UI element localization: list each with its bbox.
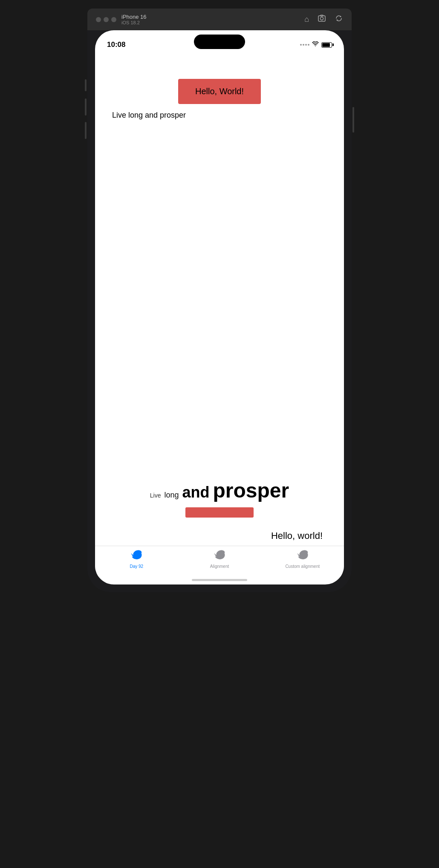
battery-icon bbox=[321, 42, 332, 48]
tab-custom-alignment[interactable]: Custom alignment bbox=[261, 550, 344, 569]
word-prosper: prosper bbox=[213, 479, 289, 502]
simulator-dots bbox=[96, 17, 116, 22]
status-bar: 10:08 bbox=[95, 30, 344, 53]
tab-day92[interactable]: Day 92 bbox=[95, 550, 178, 569]
wifi-icon bbox=[312, 41, 319, 49]
word-long: long bbox=[164, 491, 179, 500]
rotate-icon[interactable] bbox=[335, 14, 343, 25]
iphone-frame: 10:08 bbox=[87, 30, 352, 592]
tab-alignment-label: Alignment bbox=[210, 564, 229, 569]
tab-custom-alignment-label: Custom alignment bbox=[285, 564, 320, 569]
dot-1 bbox=[96, 17, 101, 22]
alignment-demo-row: Live long and prosper bbox=[150, 479, 289, 502]
simulator-actions: ⌂ bbox=[304, 14, 343, 25]
iphone-screen: 10:08 bbox=[95, 30, 344, 584]
home-indicator bbox=[192, 579, 247, 581]
tab-alignment[interactable]: Alignment bbox=[178, 550, 261, 569]
live-long-text: Live long and prosper bbox=[112, 111, 186, 120]
volume-up-button bbox=[85, 98, 87, 116]
svg-point-1 bbox=[321, 17, 323, 20]
signal-icon bbox=[300, 44, 309, 46]
screenshot-icon[interactable] bbox=[318, 14, 326, 25]
mute-button bbox=[85, 79, 87, 91]
simulator-os-version: iOS 18.2 bbox=[121, 20, 299, 25]
simulator-bar: iPhone 16 iOS 18.2 ⌂ bbox=[87, 9, 352, 30]
svg-rect-0 bbox=[318, 16, 325, 21]
dynamic-island bbox=[194, 35, 245, 49]
volume-down-button bbox=[85, 122, 87, 139]
swift-icon-alignment bbox=[214, 550, 225, 562]
dot-2 bbox=[104, 17, 109, 22]
tab-bar: Day 92 Alignment bbox=[95, 546, 344, 577]
home-icon[interactable]: ⌂ bbox=[304, 15, 309, 24]
bottom-section: Live long and prosper Hello, world! bbox=[95, 470, 344, 546]
swift-icon-custom bbox=[297, 550, 309, 562]
simulator-device-name: iPhone 16 bbox=[121, 14, 299, 20]
red-bar bbox=[185, 507, 254, 518]
simulator-title: iPhone 16 iOS 18.2 bbox=[121, 14, 299, 25]
power-button bbox=[352, 107, 354, 133]
spacer bbox=[95, 128, 344, 470]
swift-icon-active bbox=[130, 550, 142, 562]
word-and: and bbox=[182, 483, 209, 501]
hello-world-box: Hello, World! bbox=[178, 79, 261, 104]
dot-3 bbox=[111, 17, 116, 22]
top-section: Hello, World! Live long and prosper bbox=[95, 53, 344, 128]
tab-day92-label: Day 92 bbox=[130, 564, 143, 569]
word-live: Live bbox=[150, 492, 161, 499]
app-content: Hello, World! Live long and prosper Live… bbox=[95, 53, 344, 584]
hello-world-text: Hello, World! bbox=[195, 87, 244, 96]
hello-world-bottom: Hello, world! bbox=[271, 530, 323, 541]
status-right-icons bbox=[300, 41, 332, 49]
status-time: 10:08 bbox=[107, 41, 125, 49]
